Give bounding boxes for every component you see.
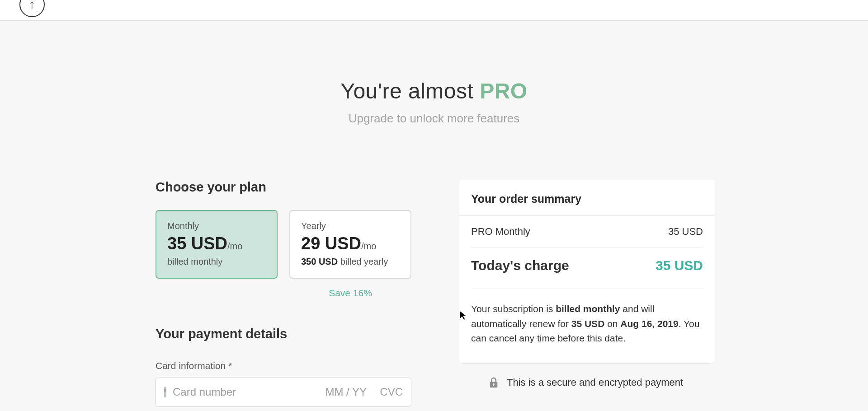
card-number-input[interactable] bbox=[173, 386, 308, 398]
plan-monthly[interactable]: Monthly 35 USD/mo billed monthly bbox=[156, 210, 278, 279]
renewal-note: Your subscription is billed monthly and … bbox=[459, 289, 715, 363]
summary-total-row: Today's charge 35 USD bbox=[471, 248, 703, 289]
plan-monthly-unit: /mo bbox=[227, 241, 242, 251]
credit-card-icon bbox=[164, 387, 166, 397]
note-billing-cycle: billed monthly bbox=[556, 304, 620, 314]
choose-plan-heading: Choose your plan bbox=[156, 180, 411, 195]
logo-arrow: ↑ bbox=[29, 0, 35, 12]
plan-yearly-billing: 350 USD billed yearly bbox=[301, 257, 400, 267]
save-badge: Save 16% bbox=[289, 288, 411, 299]
plan-yearly-total: 350 USD bbox=[301, 257, 338, 266]
summary-total-label: Today's charge bbox=[471, 258, 569, 273]
secure-text: This is a secure and encrypted payment bbox=[507, 377, 683, 388]
plan-monthly-billing: billed monthly bbox=[167, 257, 266, 267]
plan-yearly-label: Yearly bbox=[301, 221, 400, 231]
summary-item-price: 35 USD bbox=[668, 226, 703, 238]
svg-rect-2 bbox=[493, 384, 494, 386]
page-subtitle: Upgrade to unlock more features bbox=[0, 112, 868, 126]
top-bar: ↑ bbox=[0, 0, 868, 21]
plan-monthly-price: 35 USD bbox=[167, 235, 227, 253]
note-renew-amount: 35 USD bbox=[571, 318, 605, 329]
lock-icon bbox=[489, 377, 499, 388]
card-info-label: Card information * bbox=[156, 360, 411, 371]
title-pro: PRO bbox=[480, 79, 528, 103]
plan-yearly-billing-suffix: billed yearly bbox=[338, 257, 388, 266]
summary-item-row: PRO Monthly 35 USD bbox=[471, 226, 703, 248]
card-cvc-input[interactable] bbox=[371, 386, 403, 398]
summary-item-name: PRO Monthly bbox=[471, 226, 530, 238]
secure-payment-note: This is a secure and encrypted payment bbox=[459, 377, 712, 388]
card-input-row bbox=[156, 378, 411, 406]
page-title: You're almost PRO bbox=[0, 79, 868, 103]
plan-yearly[interactable]: Yearly 29 USD/mo 350 USD billed yearly bbox=[289, 210, 411, 279]
payment-details-heading: Your payment details bbox=[156, 327, 411, 341]
plan-monthly-label: Monthly bbox=[167, 221, 266, 231]
logo-icon[interactable]: ↑ bbox=[19, 0, 45, 17]
card-expiry-input[interactable] bbox=[308, 386, 367, 398]
summary-total-value: 35 USD bbox=[656, 258, 703, 273]
order-summary-card: Your order summary PRO Monthly 35 USD To… bbox=[459, 180, 715, 363]
note-renew-date: Aug 16, 2019 bbox=[620, 318, 678, 329]
plan-options: Monthly 35 USD/mo billed monthly Yearly … bbox=[156, 210, 411, 279]
title-prefix: You're almost bbox=[340, 79, 480, 103]
hero-section: You're almost PRO Upgrade to unlock more… bbox=[0, 21, 868, 180]
order-summary-heading: Your order summary bbox=[459, 180, 715, 216]
plan-yearly-unit: /mo bbox=[361, 241, 376, 251]
plan-yearly-price: 29 USD bbox=[301, 235, 361, 253]
